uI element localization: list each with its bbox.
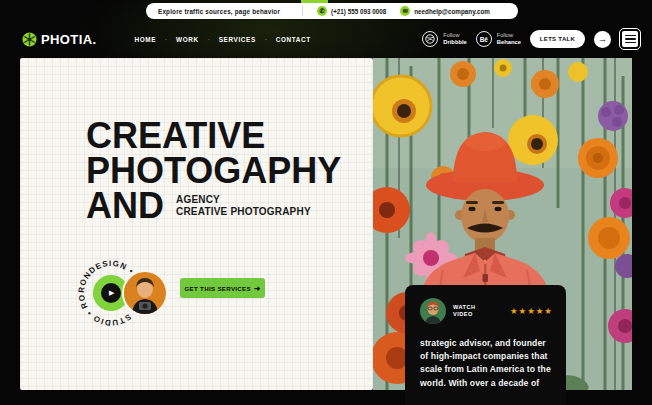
follow-behance[interactable]: Bē Follow Behance: [476, 31, 521, 47]
review-card: WATCH VIDEO ★★★★★ strategic advisor, and…: [405, 285, 566, 405]
phone-number: (+21) 555 093 0008: [331, 8, 386, 15]
follow-dribbble[interactable]: Follow Dribbble: [422, 31, 467, 47]
phone-icon: ✆: [317, 6, 327, 16]
menu-hamburger-icon[interactable]: [620, 29, 640, 49]
lets-talk-button[interactable]: LETS TALK: [530, 30, 585, 48]
review-quote: strategic advisor, and founder of high-i…: [420, 337, 553, 390]
hero-subtitle: AGENCY CREATIVE PHOTOGRAPHY: [176, 194, 311, 223]
nav-item-services[interactable]: SERVICES: [219, 36, 256, 43]
photia-landing-page: Explore traffic sources, page behavior ✆…: [0, 0, 652, 405]
cta-arrow-button[interactable]: →: [594, 31, 611, 48]
get-services-label: GET THIS SERVICES: [184, 285, 251, 292]
email-address: needhelp@company.com: [414, 8, 490, 15]
nav-separator: -: [165, 36, 167, 42]
hero-card: CREATIVE PHOTOGAPHY AND AGENCY CREATIVE …: [20, 58, 373, 390]
social-name: Dribbble: [443, 39, 467, 46]
header-actions: Follow Dribbble Bē Follow Behance LETS T…: [422, 29, 640, 49]
logo[interactable]: PHOTIA.: [22, 32, 97, 47]
aperture-logo-icon: [22, 32, 37, 47]
photographer-avatar: [122, 270, 168, 316]
hero-subtitle-line1: AGENCY: [176, 194, 311, 206]
nav-separator: -: [208, 36, 210, 42]
site-header: PHOTIA. HOME - WORK - SERVICES - CONTACT…: [0, 22, 652, 56]
top-info-bar: Explore traffic sources, page behavior ✆…: [146, 3, 518, 19]
topbar-divider: [302, 6, 303, 16]
hero-title: CREATIVE PHOTOGAPHY AND AGENCY CREATIVE …: [86, 118, 341, 223]
follow-prefix: Follow: [443, 32, 467, 39]
social-name: Behance: [497, 39, 521, 46]
hero-title-line3: AND: [86, 188, 164, 223]
nav-separator: -: [265, 36, 267, 42]
get-services-button[interactable]: GET THIS SERVICES ➜: [180, 278, 265, 298]
video-badge: RONDESIGN • DESIGN STUDIO • RONDESIGN • …: [78, 260, 188, 330]
topbar-phone[interactable]: ✆ (+21) 555 093 0008: [317, 6, 386, 16]
star-rating: ★★★★★: [510, 306, 553, 316]
hero-title-line1: CREATIVE: [86, 118, 341, 153]
dribbble-icon: [422, 31, 438, 47]
watch-video-label[interactable]: WATCH VIDEO: [453, 304, 476, 319]
email-icon: ✉: [400, 6, 410, 16]
follow-prefix: Follow: [497, 32, 521, 39]
nav-item-contact[interactable]: CONTACT: [276, 36, 311, 43]
button-arrow-icon: ➜: [254, 284, 261, 293]
logo-text: PHOTIA.: [41, 32, 97, 47]
main-nav: HOME - WORK - SERVICES - CONTACT: [135, 36, 311, 43]
nav-item-home[interactable]: HOME: [135, 36, 157, 43]
hero-subtitle-line2: CREATIVE PHOTOGRAPHY: [176, 206, 311, 218]
topbar-message: Explore traffic sources, page behavior: [158, 8, 280, 15]
reviewer-avatar: [420, 298, 446, 324]
behance-icon: Bē: [476, 31, 492, 47]
hero-title-line2: PHOTOGAPHY: [86, 153, 341, 188]
topbar-email[interactable]: ✉ needhelp@company.com: [400, 6, 490, 16]
play-icon: ▶: [101, 283, 121, 303]
nav-item-work[interactable]: WORK: [176, 36, 199, 43]
